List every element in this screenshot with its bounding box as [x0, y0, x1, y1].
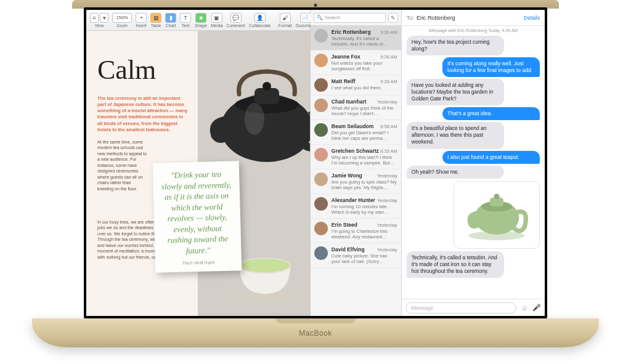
message-preview: I'm going to Charleston this weekend. An…: [332, 229, 397, 240]
avatar: [314, 99, 328, 112]
message-preview: Did you get Dawn's email? I think her ca…: [332, 130, 397, 141]
quote-card[interactable]: "Drink your tea slowly and reverently, a…: [153, 161, 242, 273]
toolbar-format[interactable]: 🖌Format: [278, 13, 291, 28]
chat-pane: To: Eric Rottenberg Details iMessage wit…: [402, 10, 545, 316]
message-time: Yesterday: [377, 198, 397, 203]
message-preview: I see what you did there.: [332, 85, 397, 91]
conversation-item[interactable]: Jamie WongYesterday Are you going to spi…: [311, 169, 401, 194]
pages-app: ≡▾ View 150% Zoom ＋Insert ▦Table ▮Chart …: [86, 10, 311, 316]
avatar: [314, 246, 328, 260]
svg-point-12: [494, 193, 499, 199]
conversation-item[interactable]: Jeanne Fox9:36 AM Not unless you take yo…: [311, 51, 401, 75]
compose-button[interactable]: ✎: [388, 13, 398, 23]
chat-timestamp: iMessage with Eric Rottenberg Today, 9:3…: [402, 26, 545, 34]
compose-bar: iMessage ☺ 🎤: [402, 299, 545, 316]
avatar: [314, 78, 328, 92]
contact-name: Jamie Wong: [332, 172, 362, 179]
avatar: [314, 123, 328, 137]
conversation-item[interactable]: Eric Rottenberg9:39 AM Technically, it's…: [311, 26, 401, 51]
incoming-bubble[interactable]: Hey, how's the tea project coming along?: [407, 36, 504, 55]
message-time: Yesterday: [377, 247, 397, 253]
outgoing-bubble[interactable]: I also just found a great teapot.: [442, 151, 540, 164]
conversation-item[interactable]: Matt Reiff9:28 AM I see what you did the…: [311, 75, 401, 95]
conversation-item[interactable]: Beam Seilaudom8:58 AM Did you get Dawn's…: [311, 120, 401, 145]
to-label: To:: [407, 15, 414, 21]
contact-name: Jeanne Fox: [332, 54, 360, 60]
avatar: [314, 29, 328, 42]
details-button[interactable]: Details: [524, 15, 540, 21]
search-icon: 🔍: [317, 15, 323, 20]
quote-author: Thich Nhất Hạnh: [163, 260, 234, 267]
message-preview: Why am I up this late?! I think I'm beco…: [332, 155, 397, 166]
message-preview: Are you going to spin class? My brain sa…: [332, 179, 397, 190]
avatar: [314, 197, 328, 211]
contact-name: Chad Isanhart: [332, 99, 367, 105]
avatar: [314, 148, 328, 161]
emoji-icon[interactable]: ☺: [520, 304, 529, 312]
toolbar-comment[interactable]: 💬Comment: [226, 13, 245, 28]
message-preview: What did you guys think of the movie? Ho…: [332, 105, 397, 116]
conversation-list: 🔍 Search ✎ Eric Rottenberg9:39 AM Techni…: [311, 10, 402, 316]
doc-body-1: At the same time, some modern tea school…: [97, 139, 148, 192]
conversation-item[interactable]: Chad IsanhartYesterday What did you guys…: [311, 95, 401, 120]
avatar: [314, 222, 328, 235]
toolbar-insert[interactable]: ＋Insert: [136, 13, 147, 28]
toolbar-text[interactable]: TText: [180, 13, 191, 28]
message-preview: Not unless you take your sunglasses off …: [332, 60, 397, 71]
macbook-mockup: ≡▾ View 150% Zoom ＋Insert ▦Table ▮Chart …: [0, 0, 631, 364]
contact-name: Matt Reiff: [332, 78, 356, 84]
conversation-item[interactable]: Alexander HunterYesterday I'm running 10…: [311, 194, 401, 219]
quote-text: "Drink your tea slowly and reverently, a…: [160, 169, 234, 257]
doc-intro: The tea ceremony is still an important p…: [97, 95, 189, 133]
chat-header: To: Eric Rottenberg Details: [402, 10, 545, 26]
message-preview: Cute baby picture. She has your lack of …: [332, 253, 397, 264]
svg-point-4: [245, 103, 264, 135]
device-label: MacBook: [299, 329, 332, 338]
toolbar-shape[interactable]: ■Shape: [195, 13, 207, 28]
contact-name: Gretchen Schwartz: [332, 148, 379, 154]
compose-icon: ✎: [391, 15, 396, 21]
message-time: Yesterday: [377, 99, 397, 105]
contact-name: Erin Steed: [332, 222, 357, 228]
message-time: Yesterday: [377, 173, 397, 179]
message-time: 9:28 AM: [380, 79, 397, 84]
document-canvas[interactable]: Calm The tea ceremony is still an import…: [86, 31, 310, 316]
contact-name: Beam Seilaudom: [332, 123, 374, 129]
contact-name: Eric Rottenberg: [332, 29, 371, 35]
incoming-bubble[interactable]: Technically, it's called a tetsubin. And…: [407, 251, 504, 278]
toolbar-chart[interactable]: ▮Chart: [165, 13, 176, 28]
incoming-bubble[interactable]: It's a beautiful place to spend an after…: [407, 122, 504, 148]
conversation-item[interactable]: David ElfvingYesterday Cute baby picture…: [311, 243, 401, 268]
toolbar-collaborate[interactable]: 👤Collaborate: [249, 13, 271, 28]
conversation-item[interactable]: Gretchen Schwartz8:35 AM Why am I up thi…: [311, 145, 401, 169]
svg-point-3: [263, 82, 271, 91]
message-time: 8:35 AM: [380, 148, 397, 154]
toolbar-table[interactable]: ▦Table: [150, 13, 161, 28]
doc-title: Calm: [97, 54, 156, 86]
recipient-name: Eric Rottenberg: [417, 15, 455, 21]
teapot-image: [193, 48, 310, 171]
message-time: 9:36 AM: [380, 54, 397, 60]
toolbar-view[interactable]: ≡▾ View: [90, 13, 108, 28]
camera: [314, 4, 317, 7]
message-time: 9:39 AM: [380, 30, 397, 35]
message-preview: Technically, it's called a tetsubin. And…: [332, 36, 397, 47]
incoming-bubble[interactable]: Have you looked at adding any locations?…: [407, 79, 504, 105]
messages-app: 🔍 Search ✎ Eric Rottenberg9:39 AM Techni…: [311, 10, 545, 316]
outgoing-bubble[interactable]: It's coming along really well. Just look…: [442, 57, 540, 77]
split-view-desktop: ≡▾ View 150% Zoom ＋Insert ▦Table ▮Chart …: [86, 10, 545, 316]
toolbar-zoom[interactable]: 150% Zoom: [112, 13, 132, 28]
avatar: [314, 54, 328, 67]
microphone-icon[interactable]: 🎤: [532, 304, 541, 312]
message-preview: I'm running 10 minutes late. Which is ea…: [332, 204, 397, 215]
laptop-base: MacBook: [32, 318, 599, 347]
conversation-item[interactable]: Erin SteedYesterday I'm going to Charles…: [311, 219, 401, 243]
message-input[interactable]: iMessage: [405, 302, 516, 313]
contact-name: Alexander Hunter: [332, 197, 375, 203]
outgoing-bubble[interactable]: That's a great idea.: [442, 107, 540, 120]
toolbar-media[interactable]: ▣Media: [211, 13, 222, 28]
message-thread[interactable]: Hey, how's the tea project coming along?…: [402, 34, 545, 299]
incoming-bubble[interactable]: Oh yeah? Show me.: [407, 166, 504, 179]
search-input[interactable]: 🔍 Search: [314, 13, 386, 23]
image-attachment[interactable]: [454, 181, 540, 249]
